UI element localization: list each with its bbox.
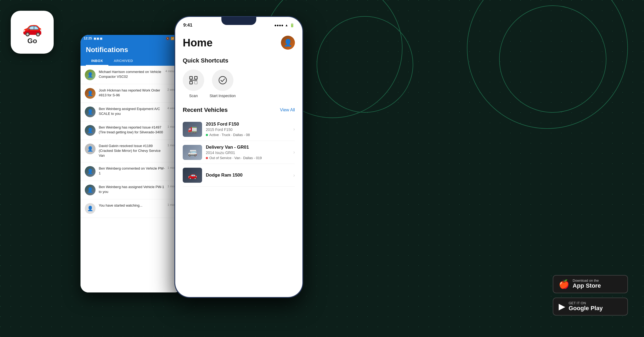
notif-avatar: 👤 bbox=[85, 166, 96, 177]
vehicle-name: Dodge Ram 1500 bbox=[206, 173, 290, 178]
notif-avatar: 👤 bbox=[85, 185, 96, 195]
shortcut-start-inspection[interactable]: Start Inspection bbox=[210, 69, 236, 98]
list-item[interactable]: 👤 Ben Weinberg commented on Vehicle PW-1… bbox=[80, 162, 182, 181]
notif-text: Michael Harrison commented on Vehicle Co… bbox=[99, 69, 163, 79]
notif-text: Ben Weinberg has reported Issue #1497 (T… bbox=[99, 125, 165, 135]
vehicle-thumbnail: 🚛 bbox=[183, 122, 202, 137]
recent-vehicles-header: Recent Vehicles View All bbox=[183, 107, 295, 113]
ios-time: 9:41 bbox=[183, 23, 192, 28]
vehicle-sub: 2014 Isuzu GR01 bbox=[206, 151, 290, 155]
vehicle-info: Delivery Van - GR01 2014 Isuzu GR01 Out … bbox=[206, 145, 290, 160]
android-status-time: 12:25 ▣ ▣ ▣ bbox=[84, 36, 102, 40]
list-item[interactable]: 👤 Ben Weinberg has reported Issue #1497 … bbox=[80, 121, 182, 140]
view-all-link[interactable]: View All bbox=[280, 108, 295, 112]
android-screen: 12:25 ▣ ▣ ▣ 🔕 📶 🔋 Notifications INBOX AR… bbox=[80, 35, 182, 292]
list-item[interactable]: 👤 You have started watching... 1 month bbox=[80, 199, 182, 218]
list-item[interactable]: 🚐 Delivery Van - GR01 2014 Isuzu GR01 Ou… bbox=[183, 141, 295, 164]
notif-avatar: 👤 bbox=[85, 144, 96, 154]
scan-label: Scan bbox=[189, 94, 198, 98]
scan-icon bbox=[183, 69, 204, 91]
notifications-header: Notifications INBOX ARCHIVED bbox=[80, 42, 182, 66]
notifications-title: Notifications bbox=[86, 46, 177, 54]
list-item[interactable]: 👤 Josh Hickman has reported Work Order #… bbox=[80, 84, 182, 103]
notif-avatar: 👤 bbox=[85, 125, 96, 136]
vehicle-list: 🚛 2015 Ford F150 2015 Ford F150 Active ·… bbox=[183, 118, 295, 187]
status-dot bbox=[206, 157, 208, 159]
ios-status-bar: 9:41 ●●●● ▲ 🔋 bbox=[175, 17, 302, 30]
list-item[interactable]: 👤 Ben Weinberg assigned Equipment A/C SC… bbox=[80, 103, 182, 121]
list-item[interactable]: 👤 David Galvin resolved Issue #1189 (Cra… bbox=[80, 140, 182, 162]
list-item[interactable]: 🚛 2015 Ford F150 2015 Ford F150 Active ·… bbox=[183, 118, 295, 141]
svg-rect-0 bbox=[190, 76, 192, 79]
notif-content: David Galvin resolved Issue #1189 (Crack… bbox=[99, 144, 165, 158]
app-store-badge[interactable]: 🍎 Download on the App Store bbox=[553, 275, 628, 293]
ios-inner: 9:41 ●●●● ▲ 🔋 Home 👤 Quick Shortcuts bbox=[175, 17, 302, 297]
ios-home-title: Home bbox=[183, 37, 213, 49]
list-item[interactable]: 👤 Ben Weinberg has assigned Vehicle PW-1… bbox=[80, 181, 182, 199]
app-icon: 🚗 Go bbox=[11, 11, 54, 54]
notif-content: You have started watching... bbox=[99, 203, 165, 208]
start-inspection-icon bbox=[212, 69, 233, 91]
shortcuts-row: Scan Start Inspection bbox=[183, 69, 295, 98]
vehicle-status: Out of Service · Van · Dallas - 019 bbox=[206, 156, 290, 160]
notif-content: Ben Weinberg assigned Equipment A/C SCAL… bbox=[99, 107, 165, 116]
tab-archived[interactable]: ARCHIVED bbox=[108, 57, 138, 66]
notif-content: Ben Weinberg commented on Vehicle PW-1 bbox=[99, 166, 165, 176]
app-store-text: Download on the App Store bbox=[573, 279, 601, 289]
ios-screen-content: Home 👤 Quick Shortcuts bbox=[175, 30, 302, 297]
ios-phone: 9:41 ●●●● ▲ 🔋 Home 👤 Quick Shortcuts bbox=[174, 16, 303, 298]
google-play-icon: ▶ bbox=[559, 301, 565, 312]
chevron-right-icon: › bbox=[293, 173, 295, 178]
app-store-small-text: Download on the bbox=[573, 279, 601, 282]
app-icon-emoji: 🚗 bbox=[22, 20, 42, 36]
vehicle-info: 2015 Ford F150 2015 Ford F150 Active · T… bbox=[206, 122, 290, 137]
android-phone: 12:25 ▣ ▣ ▣ 🔕 📶 🔋 Notifications INBOX AR… bbox=[80, 35, 182, 292]
notif-text: Ben Weinberg commented on Vehicle PW-1 bbox=[99, 166, 165, 176]
vehicle-name: Delivery Van - GR01 bbox=[206, 145, 290, 150]
bg-circle-right-medium bbox=[499, 5, 606, 113]
bg-circle-small bbox=[317, 16, 413, 113]
tab-inbox[interactable]: INBOX bbox=[86, 57, 108, 66]
notif-text: Ben Weinberg assigned Equipment A/C SCAL… bbox=[99, 107, 165, 116]
start-inspection-label: Start Inspection bbox=[210, 94, 236, 98]
google-play-large-text: Google Play bbox=[569, 305, 603, 312]
notif-text: You have started watching... bbox=[99, 203, 165, 208]
vehicle-thumbnail: 🚐 bbox=[183, 145, 202, 160]
chevron-right-icon: › bbox=[293, 126, 295, 132]
shortcut-scan[interactable]: Scan bbox=[183, 69, 204, 98]
vehicle-thumbnail: 🚗 bbox=[183, 168, 202, 183]
notif-text: Josh Hickman has reported Work Order #81… bbox=[99, 88, 165, 98]
bg-circle-right-large bbox=[467, 0, 628, 129]
notif-content: Ben Weinberg has assigned Vehicle PW-1 t… bbox=[99, 185, 165, 194]
notifications-tabs: INBOX ARCHIVED bbox=[86, 57, 177, 66]
chevron-right-icon: › bbox=[293, 149, 295, 155]
recent-vehicles-title: Recent Vehicles bbox=[183, 107, 228, 113]
ios-outer: 9:41 ●●●● ▲ 🔋 Home 👤 Quick Shortcuts bbox=[174, 16, 303, 298]
vehicle-status: Active · Truck · Dallas - 08 bbox=[206, 133, 290, 137]
avatar: 👤 bbox=[281, 36, 295, 50]
notif-content: Michael Harrison commented on Vehicle Co… bbox=[99, 69, 163, 79]
google-play-badge[interactable]: ▶ GET IT ON Google Play bbox=[553, 298, 628, 316]
notif-content: Ben Weinberg has reported Issue #1497 (T… bbox=[99, 125, 165, 135]
android-status-bar: 12:25 ▣ ▣ ▣ 🔕 📶 🔋 bbox=[80, 35, 182, 42]
ios-home-header: Home 👤 bbox=[183, 36, 295, 50]
download-badges: 🍎 Download on the App Store ▶ GET IT ON … bbox=[553, 275, 628, 316]
notif-avatar: 👤 bbox=[85, 107, 96, 117]
ios-status-icons: ●●●● ▲ 🔋 bbox=[274, 23, 294, 27]
notif-text: Ben Weinberg has assigned Vehicle PW-1 t… bbox=[99, 185, 165, 194]
svg-point-5 bbox=[219, 76, 226, 84]
notif-avatar: 👤 bbox=[85, 69, 96, 80]
app-icon-label: Go bbox=[27, 37, 37, 45]
status-dot bbox=[206, 134, 208, 136]
vehicle-info: Dodge Ram 1500 bbox=[206, 173, 290, 178]
notifications-list: 👤 Michael Harrison commented on Vehicle … bbox=[80, 66, 182, 292]
notif-text: David Galvin resolved Issue #1189 (Crack… bbox=[99, 144, 165, 158]
list-item[interactable]: 🚗 Dodge Ram 1500 › bbox=[183, 164, 295, 187]
app-store-large-text: App Store bbox=[573, 282, 601, 289]
svg-rect-4 bbox=[195, 81, 197, 84]
notif-avatar: 👤 bbox=[85, 203, 96, 214]
svg-rect-1 bbox=[195, 76, 197, 79]
google-play-small-text: GET IT ON bbox=[569, 301, 603, 305]
list-item[interactable]: 👤 Michael Harrison commented on Vehicle … bbox=[80, 66, 182, 84]
notif-content: Josh Hickman has reported Work Order #81… bbox=[99, 88, 165, 98]
